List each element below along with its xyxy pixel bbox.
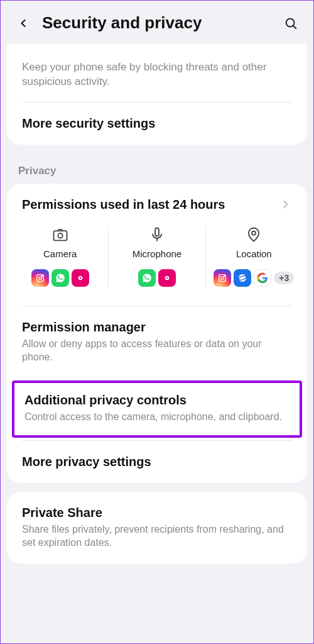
permission-col-microphone[interactable]: Microphone — [108, 226, 205, 287]
microphone-label: Microphone — [133, 248, 181, 259]
security-desc: Keep your phone safe by blocking threats… — [7, 50, 307, 102]
chevron-right-icon — [279, 198, 292, 211]
location-apps: +3 — [214, 269, 294, 287]
back-button[interactable] — [16, 16, 31, 31]
svg-point-15 — [221, 277, 224, 280]
svg-point-17 — [239, 274, 246, 282]
svg-point-5 — [38, 277, 41, 280]
more-privacy-label: More privacy settings — [22, 455, 292, 469]
google-icon — [254, 269, 271, 287]
svg-rect-2 — [53, 231, 67, 240]
svg-rect-9 — [155, 228, 159, 236]
camera-label: Camera — [43, 248, 77, 259]
permission-manager-title: Permission manager — [22, 320, 292, 335]
more-apps-badge: +3 — [274, 272, 294, 284]
svg-point-6 — [41, 275, 42, 276]
location-label: Location — [236, 248, 272, 259]
permission-col-location[interactable]: Location +3 — [205, 226, 302, 287]
whatsapp-icon — [138, 269, 156, 287]
additional-privacy-desc: Control access to the camera, microphone… — [24, 410, 290, 424]
permissions-grid: Camera Microphone Location +3 — [7, 226, 307, 293]
camera-app-icon — [158, 269, 176, 287]
instagram-icon — [214, 269, 231, 287]
instagram-icon — [31, 269, 49, 287]
search-icon — [284, 16, 298, 30]
private-share-desc: Share files privately, prevent recipient… — [22, 523, 292, 550]
svg-point-16 — [224, 275, 225, 276]
camera-icon — [51, 226, 69, 243]
svg-point-8 — [79, 277, 81, 279]
additional-privacy-title: Additional privacy controls — [24, 393, 290, 408]
microphone-apps — [138, 269, 176, 287]
chevron-left-icon — [17, 17, 30, 30]
privacy-section-header: Privacy — [1, 153, 313, 184]
permission-manager-desc: Allow or deny apps to access features or… — [22, 337, 292, 364]
search-button[interactable] — [283, 16, 298, 31]
samsung-internet-icon — [234, 269, 251, 287]
svg-point-3 — [58, 233, 62, 238]
permissions-used-row[interactable]: Permissions used in last 24 hours — [7, 184, 307, 226]
privacy-card: Permissions used in last 24 hours Camera… — [7, 184, 307, 483]
more-security-settings[interactable]: More security settings — [7, 103, 307, 145]
svg-point-13 — [252, 231, 256, 235]
page-header: Security and privacy — [1, 1, 313, 50]
permission-manager-item[interactable]: Permission manager Allow or deny apps to… — [7, 306, 307, 378]
svg-point-12 — [166, 277, 168, 279]
page-title: Security and privacy — [42, 13, 272, 33]
more-privacy-settings-item[interactable]: More privacy settings — [7, 441, 307, 483]
svg-line-1 — [293, 26, 296, 28]
additional-privacy-controls-item[interactable]: Additional privacy controls Control acce… — [12, 380, 302, 438]
camera-app-icon — [72, 269, 89, 287]
private-share-title: Private Share — [22, 506, 292, 520]
more-security-label: More security settings — [22, 116, 292, 131]
permission-col-camera[interactable]: Camera — [12, 226, 108, 287]
private-share-item[interactable]: Private Share Share files privately, pre… — [7, 492, 307, 564]
whatsapp-icon — [51, 269, 69, 287]
location-icon — [245, 226, 263, 243]
permissions-used-title: Permissions used in last 24 hours — [22, 197, 279, 212]
security-card: Keep your phone safe by blocking threats… — [7, 44, 307, 145]
private-share-card: Private Share Share files privately, pre… — [7, 492, 307, 564]
microphone-icon — [148, 226, 166, 243]
camera-apps — [31, 269, 89, 287]
